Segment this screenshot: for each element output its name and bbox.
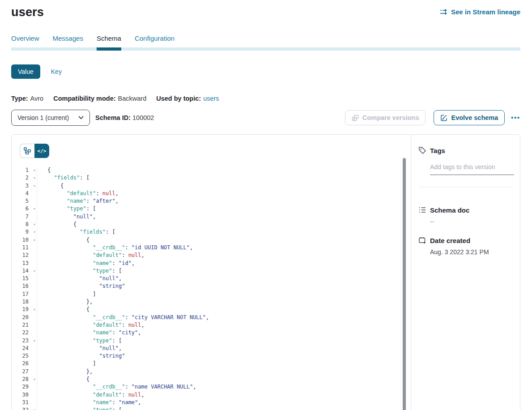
chevron-down-icon	[78, 116, 84, 120]
line-gutter: 15	[12, 275, 37, 282]
schema-page: users See in Stream lineage Overview Mes…	[0, 0, 532, 410]
code-text: "null",	[37, 345, 122, 352]
see-in-stream-lineage-link[interactable]: See in Stream lineage	[439, 8, 520, 16]
line-number: 27	[22, 368, 29, 376]
code-line: 29 "__crdb__": "name VARCHAR NULL",	[12, 383, 411, 391]
code-line: 14▼ "type": [	[12, 267, 411, 275]
line-gutter: 20	[12, 314, 37, 321]
fold-arrow-icon[interactable]: ▼	[34, 237, 35, 244]
fold-arrow-icon[interactable]: ▼	[34, 229, 35, 236]
code-line: 6▼ "type": [	[12, 205, 411, 213]
fold-arrow-icon[interactable]: ▼	[34, 306, 35, 314]
line-gutter: 31	[12, 399, 37, 406]
line-gutter: 21	[12, 321, 37, 329]
line-gutter: 10▼	[12, 236, 37, 244]
schema-doc-value: --	[430, 218, 513, 225]
code-line: 30 "default": null,	[12, 391, 411, 399]
tab-messages[interactable]: Messages	[53, 34, 83, 47]
fold-arrow-icon[interactable]: ▼	[34, 221, 35, 229]
code-text: "type": [	[37, 406, 122, 410]
date-created-value: Aug. 3 2022 3:21 PM	[430, 248, 513, 256]
fold-arrow-icon[interactable]: ▼	[34, 337, 35, 345]
add-tags-input[interactable]	[430, 163, 514, 175]
fold-arrow-icon[interactable]: ▼	[34, 167, 35, 175]
line-number: 8	[26, 221, 29, 228]
line-number: 28	[22, 376, 29, 383]
code-line: 21 "default": null,	[12, 321, 411, 329]
code-text: {	[37, 167, 51, 174]
tab-track	[11, 47, 520, 51]
fold-arrow-icon[interactable]: ▼	[34, 268, 35, 275]
fold-arrow-icon[interactable]: ▼	[34, 407, 35, 410]
code-text: "type": [	[37, 205, 96, 213]
line-gutter: 11	[12, 244, 37, 252]
code-line: 5 "name": "after",	[12, 197, 411, 205]
value-toggle-button[interactable]: Value	[11, 64, 40, 79]
code-line: 31 "name": "name",	[12, 399, 411, 406]
line-number: 20	[22, 314, 29, 321]
line-number: 3	[26, 182, 29, 190]
code-text: {	[37, 221, 77, 228]
line-gutter: 18	[12, 298, 37, 306]
version-select[interactable]: Version 1 (current)	[11, 110, 90, 126]
code-line: 2▼ "fields": [	[12, 174, 411, 182]
tab-schema[interactable]: Schema	[97, 34, 121, 47]
line-number: 9	[26, 228, 29, 236]
line-number: 14	[22, 267, 29, 275]
code-text: "__crdb__": "city VARCHAR NOT NULL",	[37, 314, 209, 321]
value-key-toggle: Value Key	[11, 64, 520, 79]
calendar-plus-icon	[418, 236, 426, 244]
view-mode-toggle: </>	[20, 144, 49, 158]
code-line: 26 ]	[12, 360, 411, 367]
code-text: {	[37, 182, 64, 190]
code-line: 7 "null",	[12, 213, 411, 221]
code-line: 17 ]	[12, 290, 411, 298]
line-gutter: 25	[12, 352, 37, 360]
tab-configuration[interactable]: Configuration	[135, 34, 174, 47]
code-text: {	[37, 376, 89, 383]
used-by-topic-label: Used by topic:	[156, 95, 201, 102]
code-line: 13 "name": "id",	[12, 260, 411, 267]
code-text: "name": "id",	[37, 260, 135, 267]
code-line: 18 },	[12, 298, 411, 306]
code-text: "null",	[37, 275, 122, 282]
fold-arrow-icon[interactable]: ▼	[34, 175, 35, 182]
edit-schema-icon	[440, 114, 447, 121]
compare-versions-button[interactable]: Compare versions	[345, 110, 426, 125]
code-text: "type": [	[37, 337, 122, 345]
code-text: "fields": [	[37, 174, 89, 182]
code-text: "default": null,	[37, 391, 145, 399]
date-created-title: Date created	[430, 237, 470, 244]
line-gutter: 28▼	[12, 376, 37, 383]
tab-overview[interactable]: Overview	[11, 34, 39, 47]
key-toggle-link[interactable]: Key	[51, 68, 62, 75]
schema-doc-title: Schema doc	[430, 206, 469, 214]
code-text: "default": null,	[37, 190, 119, 197]
fold-arrow-icon[interactable]: ▼	[34, 183, 35, 190]
fold-arrow-icon[interactable]: ▼	[34, 205, 35, 213]
more-actions-button[interactable]: •••	[511, 114, 520, 121]
line-gutter: 22	[12, 329, 37, 337]
tree-view-button[interactable]	[20, 144, 34, 158]
line-number: 18	[22, 298, 29, 306]
line-gutter: 2▼	[12, 174, 37, 182]
line-gutter: 29	[12, 383, 37, 391]
code-text: "fields": [	[37, 228, 115, 236]
tags-title: Tags	[430, 147, 445, 154]
type-label: Type:	[11, 95, 28, 102]
line-number: 7	[26, 213, 29, 221]
code-line: 3▼ {	[12, 182, 411, 190]
topic-link[interactable]: users	[203, 95, 219, 102]
schema-sidebar: Tags Schema doc --	[411, 135, 520, 410]
code-text: },	[37, 298, 93, 306]
code-text: },	[37, 368, 93, 376]
line-gutter: 6▼	[12, 205, 37, 213]
code-view-button[interactable]: </>	[34, 144, 49, 158]
vertical-scrollbar[interactable]	[403, 158, 406, 410]
code-line: 12 "default": null,	[12, 252, 411, 259]
evolve-schema-button[interactable]: Evolve schema	[434, 110, 505, 125]
code-text: ]	[37, 290, 96, 298]
line-number: 6	[26, 205, 29, 213]
code-line: 32▼ "type": [	[12, 406, 411, 410]
fold-arrow-icon[interactable]: ▼	[34, 376, 35, 384]
